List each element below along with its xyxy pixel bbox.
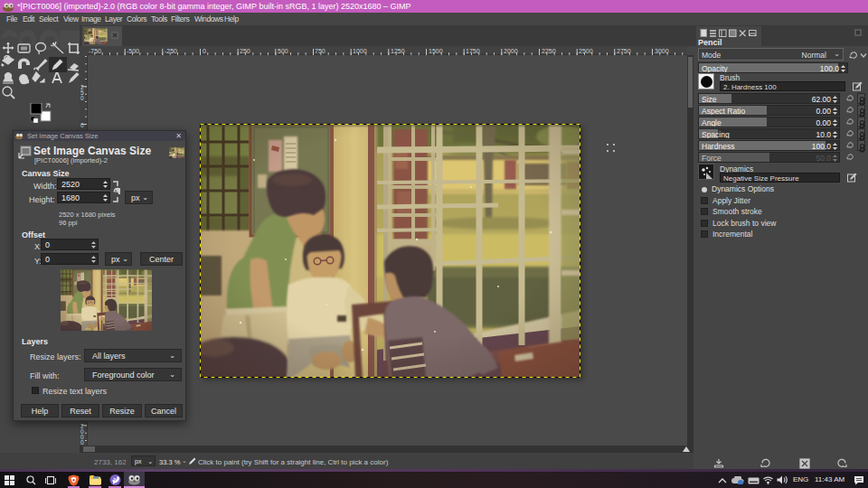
svg-text:0: 0 (80, 122, 84, 128)
svg-text:3000: 3000 (655, 48, 669, 54)
svg-text:2250: 2250 (542, 48, 556, 54)
svg-text:1250: 1250 (391, 48, 405, 54)
svg-text:0: 0 (80, 439, 84, 446)
svg-text:2750: 2750 (617, 48, 631, 54)
svg-text:-250: -250 (165, 48, 177, 54)
svg-text:1000: 1000 (353, 48, 367, 54)
svg-text:1500: 1500 (429, 48, 443, 54)
svg-text:500: 500 (278, 48, 288, 54)
svg-text:0: 0 (80, 95, 84, 101)
svg-text:250: 250 (240, 48, 250, 54)
svg-text:2500: 2500 (579, 48, 593, 54)
svg-text:1750: 1750 (466, 48, 480, 54)
svg-text:-750: -750 (89, 48, 101, 54)
svg-text:-500: -500 (127, 48, 139, 54)
svg-text:2000: 2000 (504, 48, 518, 54)
svg-text:750: 750 (315, 48, 326, 54)
svg-text:0: 0 (203, 48, 206, 54)
